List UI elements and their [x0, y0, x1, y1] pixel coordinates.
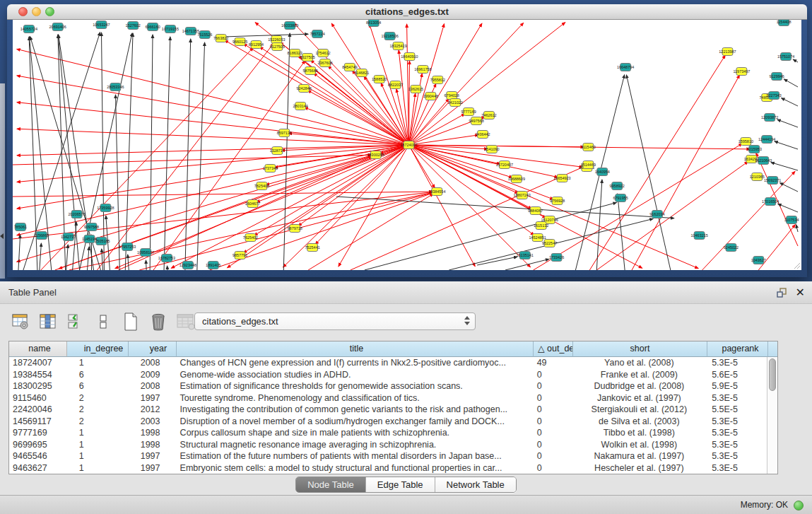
- graph-node-label: 1527602: [126, 23, 141, 28]
- graph-node-label: 16782753: [158, 256, 175, 260]
- column-header-title[interactable]: title: [177, 341, 534, 357]
- graph-node-label: 1733426: [549, 255, 564, 259]
- column-header-year[interactable]: year: [129, 341, 177, 357]
- table-cell: Corpus callosum shape and size in male p…: [177, 427, 533, 439]
- graph-node-label: 8813054: [366, 21, 381, 25]
- table-cell: Embryonic stem cells: a model to study s…: [177, 462, 533, 474]
- graph-node-label: 18325419: [389, 44, 406, 48]
- table-cell: 5.3E-5: [706, 357, 767, 369]
- graph-node-label: 9522547: [542, 241, 557, 245]
- import-table-icon[interactable]: [177, 313, 195, 331]
- table-cell: 1997: [129, 450, 177, 462]
- collapse-arrow-icon[interactable]: [0, 233, 4, 239]
- table-row[interactable]: 946554611997Estimation of the future num…: [9, 450, 767, 462]
- float-panel-icon[interactable]: [777, 288, 787, 298]
- graph-node-label: 16654923: [553, 176, 570, 180]
- graph-node-label: 6966160: [145, 25, 160, 29]
- graph-node-label: 8822037: [388, 83, 403, 87]
- network-desktop: citations_edges.txt 18724007766382296601…: [0, 0, 812, 281]
- column-header-out_de[interactable]: △ out_de...: [534, 341, 573, 357]
- table-cell: 1998: [129, 427, 177, 439]
- graph-node-label: 9756928: [550, 199, 565, 203]
- column-header-filler: [768, 341, 777, 357]
- network-window-titlebar[interactable]: citations_edges.txt: [7, 4, 807, 20]
- graph-node-label: 15135141: [517, 253, 534, 257]
- graph-node-label: 1514469: [581, 163, 596, 167]
- graph-node-label: 1615132: [534, 223, 548, 228]
- node-table: namein_degreeyeartitle△ out_de...shortpa…: [8, 341, 778, 474]
- table-cell: 2: [67, 416, 129, 428]
- table-cell: Changes of HCN gene expression and I(f) …: [177, 357, 533, 369]
- graph-node-label: 9879718: [288, 226, 302, 230]
- table-cell: 5.3E-5: [706, 392, 767, 404]
- resize-grip-icon[interactable]: [792, 261, 801, 269]
- table-cell: 1997: [129, 462, 177, 474]
- graph-node-label: 10719155: [162, 27, 179, 31]
- column-header-pagerank[interactable]: pagerank: [707, 341, 768, 357]
- show-column-icon[interactable]: [39, 313, 57, 331]
- column-checklist-icon[interactable]: [66, 313, 85, 331]
- table-selector-value: citations_edges.txt: [202, 316, 278, 327]
- graph-node-label: 9129946: [770, 74, 784, 78]
- column-header-name[interactable]: name: [9, 341, 67, 357]
- table-cell: 0: [533, 404, 572, 416]
- graph-node-label: 8597136: [277, 131, 292, 135]
- rows-icon[interactable]: [94, 313, 112, 331]
- table-cell: 0: [533, 392, 572, 404]
- close-panel-icon[interactable]: ✕: [796, 287, 805, 298]
- graph-node-label: 19384554: [428, 189, 445, 194]
- graph-node-label: 9777169: [461, 110, 476, 114]
- table-row[interactable]: 1830029562008Estimation of significance …: [9, 380, 767, 392]
- table-cell: 22420046: [9, 404, 67, 416]
- table-row[interactable]: 911546021997Tourette syndrome. Phenomeno…: [9, 392, 767, 404]
- graph-node-label: 8454749: [342, 65, 357, 69]
- vertical-scrollbar[interactable]: [767, 357, 777, 474]
- table-cell: Yano et al. (2008): [572, 357, 707, 369]
- citation-network-graph[interactable]: 1872400776638229660125891295415226053812…: [13, 20, 801, 270]
- graph-node-label: 1754612: [315, 51, 330, 55]
- table-row[interactable]: 969969511998Structural magnetic resonanc…: [9, 439, 767, 451]
- tab-edge-table[interactable]: Edge Table: [366, 477, 435, 492]
- graph-node-label: 9884067: [528, 209, 543, 213]
- new-table-icon[interactable]: [122, 313, 140, 331]
- graph-node-label: 9215953: [747, 147, 762, 151]
- graph-node-label: 1421022: [448, 100, 463, 105]
- delete-icon[interactable]: [149, 313, 167, 331]
- network-canvas[interactable]: 1872400776638229660125891295415226053812…: [13, 20, 801, 270]
- graph-node-label: 12213987: [719, 49, 736, 54]
- graph-node-label: 18300295: [367, 153, 384, 157]
- desktop-left-edge: [0, 83, 5, 279]
- scrollbar-thumb[interactable]: [769, 358, 776, 391]
- graph-node-label: 1145194: [82, 237, 97, 241]
- memory-status-icon[interactable]: [794, 501, 804, 510]
- table-row[interactable]: 1938455462009Genome-wide association stu…: [9, 369, 767, 381]
- table-row[interactable]: 2242004622012Investigating the contribut…: [9, 404, 767, 416]
- graph-node-label: 15751074: [777, 54, 794, 59]
- table-row[interactable]: 1872400712008Changes of HCN gene express…: [9, 357, 767, 369]
- column-header-short[interactable]: short: [573, 341, 707, 357]
- table-cell: 9777169: [9, 427, 67, 439]
- column-header-in_degree[interactable]: in_degree: [67, 341, 129, 357]
- table-cell: 9115460: [9, 392, 67, 404]
- table-cell: 5.5E-5: [706, 404, 767, 416]
- tab-node-table[interactable]: Node Table: [296, 477, 366, 492]
- graph-node-label: 12923448: [180, 263, 196, 267]
- graph-node-label: 18640910: [401, 54, 418, 59]
- table-cell: 18724007: [9, 357, 67, 369]
- table-row[interactable]: 1456911722003Disruption of a novel membe…: [9, 416, 767, 428]
- table-cell: Structural magnetic resonance image aver…: [177, 439, 533, 451]
- graph-node-label: 1640954: [595, 170, 610, 174]
- table-cell: 9465546: [9, 450, 67, 462]
- table-selector-dropdown[interactable]: citations_edges.txt: [194, 313, 476, 330]
- table-row[interactable]: 977716911998Corpus callosum shape and si…: [9, 427, 767, 439]
- table-mode-icon[interactable]: [11, 313, 30, 331]
- table-cell: Tibbo et al. (1998): [572, 427, 707, 439]
- table-cell: 1: [67, 450, 129, 462]
- table-cell: 18300295: [9, 380, 67, 392]
- network-window[interactable]: citations_edges.txt 18724007766382296601…: [7, 4, 807, 277]
- tab-network-table[interactable]: Network Table: [435, 477, 516, 492]
- table-row[interactable]: 946362711997Embryonic stem cells: a mode…: [9, 462, 767, 474]
- graph-node-label: 7955812: [430, 78, 445, 82]
- table-cell: 5.3E-5: [706, 416, 767, 428]
- table-panel: Table Panel ✕: [0, 281, 812, 514]
